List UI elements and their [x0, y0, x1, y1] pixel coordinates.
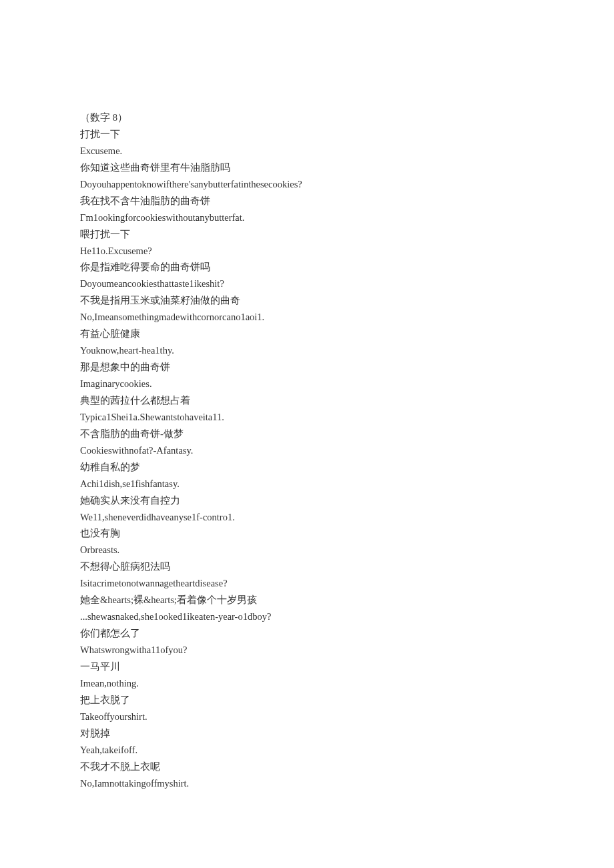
text-line: Imaginarycookies. — [80, 376, 534, 392]
text-line: 你是指难吃得要命的曲奇饼吗 — [80, 259, 534, 276]
text-line: Doyouhappentoknowifthere'sanybutterfatin… — [80, 176, 534, 193]
text-line: Doyoumeancookiesthattaste1ikeshit? — [80, 276, 534, 292]
text-line: Imean,nothing. — [80, 675, 534, 692]
text-line: 对脱掉 — [80, 725, 534, 742]
text-line: 也没有胸 — [80, 525, 534, 542]
text-line: 不我是指用玉米或油菜籽油做的曲奇 — [80, 292, 534, 309]
text-line: Takeoffyourshirt. — [80, 709, 534, 725]
text-line: 典型的茜拉什么都想占着 — [80, 392, 534, 409]
text-line: 把上衣脱了 — [80, 692, 534, 709]
text-line: 不含脂肪的曲奇饼-做梦 — [80, 426, 534, 442]
text-line: Whatswrongwitha11ofyou? — [80, 642, 534, 659]
text-line: Isitacrimetonotwannagetheartdisease? — [80, 575, 534, 592]
text-line: 你们都怎么了 — [80, 625, 534, 642]
text-line: We11,sheneverdidhaveanyse1f-contro1. — [80, 509, 534, 526]
text-line: 不我才不脱上衣呢 — [80, 759, 534, 775]
text-line: 我在找不含牛油脂肪的曲奇饼 — [80, 193, 534, 209]
text-line: Yeah,takeifoff. — [80, 742, 534, 759]
text-line: 那是想象中的曲奇饼 — [80, 359, 534, 376]
text-line: 她确实从来没有自控力 — [80, 492, 534, 509]
text-line: （数字 8） — [80, 109, 534, 126]
text-line: 打扰一下 — [80, 126, 534, 143]
text-line: 你知道这些曲奇饼里有牛油脂肪吗 — [80, 159, 534, 176]
text-line: No,Imeansomethingmadewithcornorcano1aoi1… — [80, 309, 534, 326]
text-line: 一马平川 — [80, 659, 534, 675]
text-line: Excuseme. — [80, 143, 534, 159]
text-line: Achi1dish,se1fishfantasy. — [80, 476, 534, 492]
text-line: 她全&hearts;裸&hearts;看着像个十岁男孩 — [80, 592, 534, 608]
text-line: 喂打扰一下 — [80, 226, 534, 243]
text-line: No,Iamnottakingoffmyshirt. — [80, 775, 534, 792]
text-line: Orbreasts. — [80, 542, 534, 558]
text-line: He11o.Excuseme? — [80, 243, 534, 260]
text-line: ...shewasnaked,she1ooked1ikeaten-year-o1… — [80, 608, 534, 625]
text-body: （数字 8）打扰一下Excuseme.你知道这些曲奇饼里有牛油脂肪吗Doyouh… — [80, 109, 534, 791]
text-line: 不想得心脏病犯法吗 — [80, 558, 534, 575]
text-line: Typica1Shei1a.Shewantstohaveita11. — [80, 409, 534, 426]
text-line: Cookieswithnofat?-Afantasy. — [80, 442, 534, 459]
text-line: Γm1ookingforcookieswithoutanybutterfat. — [80, 209, 534, 226]
text-line: 幼稚自私的梦 — [80, 459, 534, 476]
document-page: （数字 8）打扰一下Excuseme.你知道这些曲奇饼里有牛油脂肪吗Doyouh… — [0, 0, 614, 868]
text-line: Youknow,heart-hea1thy. — [80, 342, 534, 359]
text-line: 有益心脏健康 — [80, 326, 534, 342]
